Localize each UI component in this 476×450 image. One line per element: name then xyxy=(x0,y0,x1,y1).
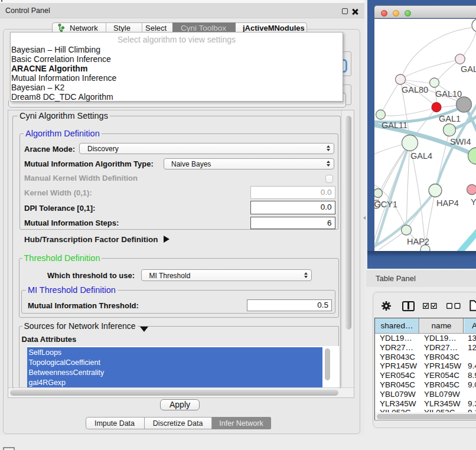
svg-text:GAL11: GAL11 xyxy=(382,120,407,130)
svg-text:GAL1: GAL1 xyxy=(439,114,461,123)
svg-text:GCY1: GCY1 xyxy=(374,200,397,209)
svg-text:GAL4: GAL4 xyxy=(410,151,432,161)
svg-text:HAP2: HAP2 xyxy=(407,237,429,246)
svg-text:GAL10: GAL10 xyxy=(435,89,462,99)
svg-text:SWI4: SWI4 xyxy=(450,137,471,146)
svg-text:GAL80: GAL80 xyxy=(402,85,428,94)
svg-text:GAL7: GAL7 xyxy=(461,64,476,74)
svg-text:HAP4: HAP4 xyxy=(436,198,459,208)
svg-text:Y: Y xyxy=(471,197,476,207)
